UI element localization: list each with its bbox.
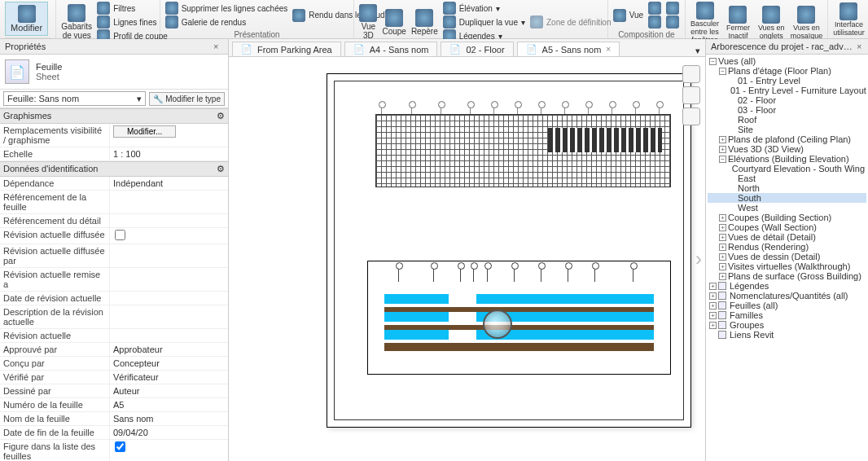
comp-btn2[interactable]: [648, 15, 661, 29]
fermer-button[interactable]: Fermer Inactif: [724, 6, 752, 40]
prop-datefin-value[interactable]: 09/04/20: [110, 426, 228, 439]
tree-toggle-icon[interactable]: +: [719, 146, 726, 153]
nav-wheel-button[interactable]: [682, 108, 700, 125]
tree-leaf[interactable]: Site: [708, 125, 866, 134]
tree-branch[interactable]: −Elévations (Building Elevation): [708, 154, 866, 164]
rev-diffusee-checkbox[interactable]: [115, 230, 125, 240]
tree-branch[interactable]: +Feuilles (all): [708, 301, 866, 310]
tree-leaf[interactable]: 01 - Entry Level - Furniture Layout: [708, 86, 866, 95]
nav-home-button[interactable]: [682, 65, 700, 83]
tree-leaf[interactable]: Courtyard Elevation - South Wing: [708, 164, 866, 173]
tree-branch[interactable]: +Légendes: [708, 281, 866, 291]
next-arrow-icon[interactable]: ›: [695, 248, 702, 270]
view-tab[interactable]: 📄02 - Floor: [441, 42, 513, 56]
comp-btn3[interactable]: [666, 2, 679, 15]
tree-branch[interactable]: +Vues 3D (3D View): [708, 144, 866, 154]
view-tab[interactable]: 📄A4 - Sans nom: [344, 42, 438, 56]
tree-branch[interactable]: +Plans de plafond (Ceiling Plan): [708, 134, 866, 144]
tree-leaf[interactable]: 01 - Entry Level: [708, 76, 866, 86]
vues-onglets-button[interactable]: Vues en onglets: [757, 6, 786, 40]
elevation-button[interactable]: Élévation ▾: [443, 2, 525, 15]
properties-close-icon[interactable]: ×: [213, 42, 223, 51]
tree-branch[interactable]: −Vues (all): [708, 56, 866, 66]
tree-toggle-icon[interactable]: +: [719, 224, 726, 231]
tree-branch[interactable]: −Plans d'étage (Floor Plan): [708, 66, 866, 76]
tree-branch[interactable]: +Plans de surface (Gross Building): [708, 271, 866, 281]
tree-toggle-icon[interactable]: +: [719, 244, 726, 251]
view-tab[interactable]: 📄From Parking Area: [232, 42, 341, 56]
prop-ref-feuille-value[interactable]: [110, 191, 228, 213]
coupe-button[interactable]: Coupe: [382, 9, 406, 36]
prop-ref-detail-value[interactable]: [110, 214, 228, 227]
elevation-rendered-view[interactable]: [367, 261, 671, 375]
comp-btn4[interactable]: [666, 15, 679, 29]
basculer-button[interactable]: Basculer entre les fenêtres: [690, 2, 719, 44]
prop-approuve-value[interactable]: Approbateur: [110, 343, 228, 356]
tree-branch[interactable]: +Nomenclatures/Quantités (all): [708, 291, 866, 301]
prop-rev-diffusee-value[interactable]: [110, 228, 228, 244]
prop-numfeuille-value[interactable]: A5: [110, 398, 228, 411]
prop-concu-value[interactable]: Concepteur: [110, 357, 228, 370]
vues-mosaique-button[interactable]: Vues en mosaïque: [791, 6, 823, 40]
tree-toggle-icon[interactable]: −: [719, 156, 726, 163]
viewport[interactable]: ›: [229, 57, 705, 461]
browser-close-icon[interactable]: ×: [857, 42, 863, 51]
tree-leaf[interactable]: 03 - Floor: [708, 105, 866, 115]
tree-toggle-icon[interactable]: +: [719, 253, 726, 261]
tree-branch[interactable]: +Coupes (Building Section): [708, 213, 866, 222]
tree-branch[interactable]: +Familles: [708, 310, 866, 320]
tree-toggle-icon[interactable]: +: [719, 263, 726, 270]
tree-branch[interactable]: +Vues de dessin (Detail): [708, 252, 866, 261]
prop-remplacements-button[interactable]: Modifier...: [113, 125, 176, 138]
tree-toggle-icon[interactable]: −: [709, 58, 717, 65]
tabs-overflow-button[interactable]: ▾: [690, 46, 705, 56]
vue3d-button[interactable]: Vue 3D: [359, 4, 377, 40]
nav-cube-button[interactable]: [682, 86, 700, 104]
galerie-rendus-button[interactable]: Galerie de rendus: [165, 15, 288, 29]
tree-toggle-icon[interactable]: −: [719, 68, 726, 75]
tree-toggle-icon[interactable]: +: [709, 302, 717, 310]
tree-toggle-icon[interactable]: +: [719, 136, 726, 143]
interface-button[interactable]: Interface utilisateur: [833, 2, 865, 37]
modifier-button[interactable]: Modifier: [5, 2, 48, 36]
prop-nomfeuille-value[interactable]: Sans nom: [110, 412, 228, 425]
prop-verifie-value[interactable]: Vérificateur: [110, 371, 228, 384]
comp-btn1[interactable]: [648, 2, 661, 15]
tree-leaf[interactable]: West: [708, 203, 866, 213]
tree-toggle-icon[interactable]: +: [709, 283, 717, 290]
dupliquer-button[interactable]: Dupliquer la vue ▾: [443, 15, 525, 29]
tree-toggle-icon[interactable]: +: [719, 214, 726, 222]
tab-close-icon[interactable]: ×: [606, 45, 611, 54]
figure-checkbox[interactable]: [115, 441, 125, 452]
tree-branch[interactable]: +Visites virtuelles (Walkthrough): [708, 261, 866, 271]
tree-leaf[interactable]: East: [708, 173, 866, 183]
gabarits-button[interactable]: Gabarits de vues: [61, 4, 92, 40]
tree-toggle-icon[interactable]: +: [709, 292, 717, 300]
tree-branch[interactable]: +Groupes: [708, 320, 866, 330]
tree-leaf[interactable]: Liens Revit: [708, 330, 866, 340]
edit-type-button[interactable]: 🔧 Modifier le type: [149, 92, 225, 106]
vue-button[interactable]: Vue: [613, 9, 643, 22]
supprimer-lignes-button[interactable]: Supprimer les lignes cachées: [165, 2, 288, 15]
tree-leaf[interactable]: 02 - Floor: [708, 95, 866, 105]
lignes-fines-button[interactable]: Lignes fines: [97, 15, 168, 29]
tree-toggle-icon[interactable]: +: [719, 234, 726, 241]
tree-leaf[interactable]: Roof: [708, 115, 866, 125]
filtres-button[interactable]: Filtres: [97, 2, 168, 15]
elevation-wireframe-view[interactable]: [375, 114, 671, 204]
zonedef-button[interactable]: Zone de définition: [530, 15, 612, 29]
instance-combo[interactable]: Feuille: Sans nom ▾: [3, 91, 146, 106]
tree-branch[interactable]: +Rendus (Rendering): [708, 242, 866, 252]
prop-dessine-value[interactable]: Auteur: [110, 384, 228, 397]
tree-leaf[interactable]: North: [708, 183, 866, 193]
tree-toggle-icon[interactable]: +: [709, 322, 717, 329]
repere-button[interactable]: Repère: [411, 9, 438, 36]
prop-dependance-value[interactable]: Indépendant: [110, 177, 228, 190]
view-tab[interactable]: 📄A5 - Sans nom×: [517, 42, 620, 56]
tree-toggle-icon[interactable]: +: [709, 312, 717, 319]
tree-branch[interactable]: +Vues de détail (Detail): [708, 232, 866, 242]
tree-branch[interactable]: +Coupes (Wall Section): [708, 222, 866, 232]
tree-toggle-icon[interactable]: +: [719, 273, 726, 280]
tree-leaf[interactable]: South: [708, 193, 866, 203]
prop-echelle-value[interactable]: 1 : 100: [110, 147, 228, 160]
